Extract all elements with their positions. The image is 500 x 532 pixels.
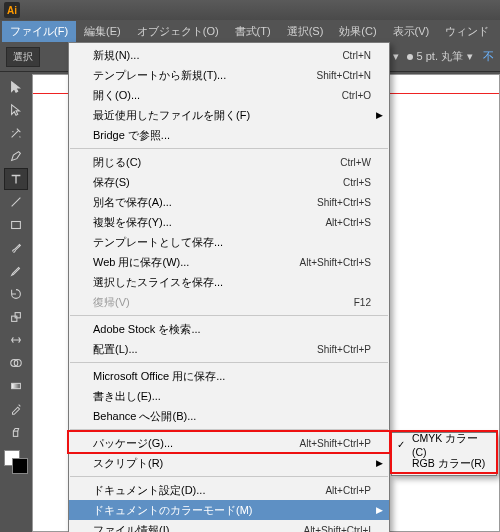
pencil-tool[interactable]	[4, 260, 28, 282]
selection-tool[interactable]	[4, 76, 28, 98]
menu-item-new-from-template[interactable]: テンプレートから新規(T)...Shift+Ctrl+N	[69, 65, 389, 85]
rotate-tool[interactable]	[4, 283, 28, 305]
menu-file[interactable]: ファイル(F)	[2, 21, 76, 42]
svg-rect-5	[12, 383, 21, 388]
symbol-sprayer-tool[interactable]	[4, 421, 28, 443]
menu-item-save-as[interactable]: 別名で保存(A)...Shift+Ctrl+S	[69, 192, 389, 212]
menu-item-new[interactable]: 新規(N)...Ctrl+N	[69, 45, 389, 65]
submenu-item-rgb[interactable]: RGB カラー(R)	[392, 454, 496, 473]
check-icon: ✓	[397, 439, 405, 450]
shape-builder-tool[interactable]	[4, 352, 28, 374]
menu-item-file-info[interactable]: ファイル情報(I)...Alt+Shift+Ctrl+I	[69, 520, 389, 532]
chevron-right-icon: ▶	[376, 505, 383, 515]
menu-bar: ファイル(F) 編集(E) オブジェクト(O) 書式(T) 選択(S) 効果(C…	[0, 20, 500, 42]
bullet-icon	[407, 54, 413, 60]
line-tool[interactable]	[4, 191, 28, 213]
gradient-tool[interactable]	[4, 375, 28, 397]
menu-item-place[interactable]: 配置(L)...Shift+Ctrl+P	[69, 339, 389, 359]
menu-item-open-recent[interactable]: 最近使用したファイルを開く(F)▶	[69, 105, 389, 125]
chevron-right-icon: ▶	[376, 110, 383, 120]
title-bar: Ai	[0, 0, 500, 20]
chevron-right-icon: ▶	[376, 458, 383, 468]
menu-window[interactable]: ウィンド	[437, 21, 497, 42]
menu-item-export[interactable]: 書き出し(E)...	[69, 386, 389, 406]
menu-separator	[70, 362, 388, 363]
stroke-swatch[interactable]	[12, 458, 28, 474]
svg-rect-1	[12, 316, 17, 321]
menu-item-save-as-template[interactable]: テンプレートとして保存...	[69, 232, 389, 252]
menu-item-package[interactable]: パッケージ(G)...Alt+Shift+Ctrl+P	[69, 433, 389, 453]
opacity-label[interactable]: 不	[483, 49, 494, 64]
direct-selection-tool[interactable]	[4, 99, 28, 121]
svg-rect-6	[13, 431, 17, 436]
menu-separator	[70, 315, 388, 316]
menu-view[interactable]: 表示(V)	[385, 21, 438, 42]
rectangle-tool[interactable]	[4, 214, 28, 236]
menu-item-close[interactable]: 閉じる(C)Ctrl+W	[69, 152, 389, 172]
tool-panel	[2, 74, 30, 476]
stroke-size[interactable]: 5 pt. 丸筆	[417, 49, 463, 64]
paintbrush-tool[interactable]	[4, 237, 28, 259]
menu-effect[interactable]: 効果(C)	[331, 21, 384, 42]
menu-item-revert: 復帰(V)F12	[69, 292, 389, 312]
menu-item-save-selected-slices[interactable]: 選択したスライスを保存...	[69, 272, 389, 292]
eyedropper-tool[interactable]	[4, 398, 28, 420]
type-tool[interactable]	[4, 168, 28, 190]
menu-separator	[70, 429, 388, 430]
color-mode-submenu: ✓CMYK カラー(C) RGB カラー(R)	[391, 432, 497, 476]
scale-tool[interactable]	[4, 306, 28, 328]
menu-item-save-copy[interactable]: 複製を保存(Y)...Alt+Ctrl+S	[69, 212, 389, 232]
menu-item-open[interactable]: 開く(O)...Ctrl+O	[69, 85, 389, 105]
magic-wand-tool[interactable]	[4, 122, 28, 144]
submenu-item-cmyk[interactable]: ✓CMYK カラー(C)	[392, 435, 496, 454]
menu-separator	[70, 148, 388, 149]
menu-object[interactable]: オブジェクト(O)	[129, 21, 227, 42]
pen-tool[interactable]	[4, 145, 28, 167]
menu-item-save-for-web[interactable]: Web 用に保存(W)...Alt+Shift+Ctrl+S	[69, 252, 389, 272]
menu-item-scripts[interactable]: スクリプト(R)▶	[69, 453, 389, 473]
menu-item-save-for-ms-office[interactable]: Microsoft Office 用に保存...	[69, 366, 389, 386]
menu-select[interactable]: 選択(S)	[279, 21, 332, 42]
menu-separator	[70, 476, 388, 477]
menu-item-document-setup[interactable]: ドキュメント設定(D)...Alt+Ctrl+P	[69, 480, 389, 500]
menu-item-browse-bridge[interactable]: Bridge で参照...	[69, 125, 389, 145]
menu-item-document-color-mode[interactable]: ドキュメントのカラーモード(M)▶	[69, 500, 389, 520]
svg-rect-0	[12, 222, 21, 229]
menu-item-search-adobe-stock[interactable]: Adobe Stock を検索...	[69, 319, 389, 339]
color-swatches[interactable]	[4, 450, 28, 474]
menu-edit[interactable]: 編集(E)	[76, 21, 129, 42]
selection-label: 選択	[6, 47, 40, 67]
width-tool[interactable]	[4, 329, 28, 351]
menu-item-behance[interactable]: Behance へ公開(B)...	[69, 406, 389, 426]
file-menu-dropdown: 新規(N)...Ctrl+N テンプレートから新規(T)...Shift+Ctr…	[68, 42, 390, 532]
app-logo: Ai	[4, 2, 20, 18]
menu-type[interactable]: 書式(T)	[227, 21, 279, 42]
svg-rect-2	[15, 313, 20, 318]
menu-item-save[interactable]: 保存(S)Ctrl+S	[69, 172, 389, 192]
